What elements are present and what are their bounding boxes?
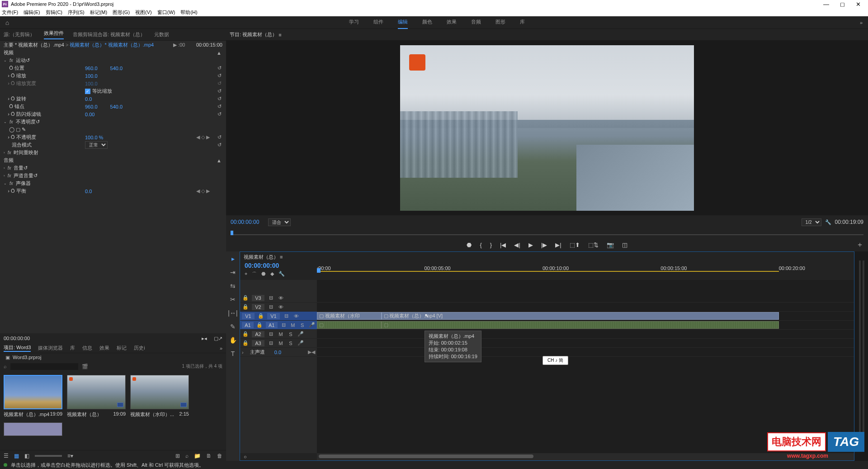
step-back-button[interactable]: ◀| <box>514 242 520 248</box>
toggle-output-icon[interactable]: 👁 <box>292 313 300 319</box>
ec-flicker[interactable]: 0.00 <box>85 112 94 117</box>
snap-icon[interactable]: ⌖ <box>245 271 247 278</box>
type-tool[interactable]: T <box>231 350 235 357</box>
workspace-library[interactable]: 库 <box>520 16 525 29</box>
reset-icon[interactable]: ↺ <box>36 119 40 125</box>
razor-tool[interactable]: ✂ <box>230 296 236 303</box>
ec-anchor-y[interactable]: 540.0 <box>110 104 123 109</box>
timeline-sequence-title[interactable]: 视频素材（总） <box>244 254 278 261</box>
search-input[interactable] <box>10 363 78 370</box>
menu-help[interactable]: 帮助(H) <box>180 9 197 16</box>
add-marker-button[interactable]: ⬣ <box>467 242 472 248</box>
sync-lock-icon[interactable]: ⊟ <box>267 295 274 301</box>
lock-icon[interactable]: 🔒 <box>256 322 263 328</box>
playhead[interactable] <box>317 268 321 273</box>
rect-mask-icon[interactable]: ▢ <box>16 127 20 132</box>
program-timecode[interactable]: 00:00:00:00 <box>231 219 259 225</box>
linked-selection-icon[interactable]: ⌒ <box>252 271 257 278</box>
track-v3[interactable] <box>317 294 854 303</box>
tab-history[interactable]: 历史i <box>134 345 145 351</box>
reset-icon[interactable]: ↺ <box>217 81 222 86</box>
zoom-slider[interactable] <box>35 455 62 457</box>
auto-sequence-icon[interactable]: ⊞ <box>175 453 180 459</box>
workspace-graphics[interactable]: 图形 <box>495 16 505 29</box>
track-select-tool[interactable]: ⇥ <box>230 269 236 276</box>
play-button[interactable]: ▶ <box>528 242 533 248</box>
clip-audio-main[interactable]: ▢ <box>382 321 779 329</box>
ec-motion[interactable]: 运动 <box>16 57 26 64</box>
tab-project[interactable]: 项目: Word3 <box>4 344 31 352</box>
workspace-color[interactable]: 颜色 <box>422 16 432 29</box>
track-a1[interactable]: ▢ ▢ <box>317 321 854 330</box>
toggle-output-icon[interactable]: 👁 <box>277 295 284 301</box>
lock-icon[interactable]: 🔒 <box>257 313 264 319</box>
clip-main-video[interactable]: ▢ 视频素材（总）.mp4 [V] <box>382 312 779 320</box>
track-v2[interactable] <box>317 303 854 312</box>
bin-icon[interactable]: ▣ <box>5 355 10 360</box>
close-button[interactable]: ✕ <box>856 1 861 8</box>
timeline-timecode[interactable]: 00:00:00:00 <box>245 262 312 269</box>
sync-lock-icon[interactable]: ⊟ <box>283 313 290 319</box>
maximize-button[interactable]: ◻ <box>840 1 845 8</box>
reset-icon[interactable]: ↺ <box>217 65 222 71</box>
reset-icon[interactable]: ↺ <box>217 88 222 94</box>
wrench-icon[interactable]: 🔧 <box>825 219 831 225</box>
workspace-effects[interactable]: 效果 <box>447 16 457 29</box>
clip-watermark[interactable]: ▢ 视频素材（水印 <box>317 312 382 320</box>
slip-tool[interactable]: |↔| <box>228 309 237 317</box>
reset-icon[interactable]: ↺ <box>217 73 222 79</box>
lock-icon[interactable]: 🔒 <box>242 340 249 346</box>
ec-export-frame-icon[interactable]: ▢↗ <box>214 336 222 341</box>
menu-graphics[interactable]: 图形(G) <box>113 9 130 16</box>
mark-out-button[interactable]: } <box>490 242 492 248</box>
tab-markers[interactable]: 标记 <box>117 345 127 351</box>
reset-icon[interactable]: ↺ <box>26 57 30 63</box>
track-master[interactable] <box>317 348 854 357</box>
lock-icon[interactable]: 🔒 <box>242 304 249 310</box>
tab-media-browser[interactable]: 媒体浏览器 <box>38 345 63 351</box>
ec-volume[interactable]: 音量 <box>14 165 24 171</box>
clapper-icon[interactable]: 🎬 <box>82 364 88 370</box>
menu-edit[interactable]: 编辑(E) <box>24 9 40 16</box>
ec-blend-mode[interactable]: 正常 <box>85 141 108 149</box>
mark-in-button[interactable]: { <box>480 242 481 248</box>
workspace-audio[interactable]: 音频 <box>471 16 481 29</box>
reset-icon[interactable]: ↺ <box>33 173 38 179</box>
reset-icon[interactable]: ↺ <box>217 142 222 148</box>
reset-icon[interactable]: ↺ <box>217 96 222 102</box>
tab-effect-controls[interactable]: 效果控件 <box>44 30 64 39</box>
ec-opacity[interactable]: 不透明度 <box>16 118 36 125</box>
reset-icon[interactable]: ↺ <box>24 165 28 171</box>
list-view-icon[interactable]: ☰ <box>4 453 9 459</box>
ec-anchor-x[interactable]: 960.0 <box>85 104 98 109</box>
ec-timecode[interactable]: 00:00:00:00 <box>4 336 30 341</box>
tab-library[interactable]: 库 <box>70 345 75 351</box>
marker-icon[interactable]: ◆ <box>270 271 274 278</box>
timeline-ruler[interactable]: :00:00 00:00:05:00 00:00:10:00 00:00:15:… <box>317 262 854 280</box>
timeline-zoom-scrollbar[interactable] <box>317 453 854 460</box>
ec-opacity-pct[interactable]: 100.0 % <box>85 135 103 140</box>
goto-out-button[interactable]: ▶| <box>555 242 561 248</box>
collapse-icon[interactable]: ▲ <box>217 50 222 56</box>
tab-source[interactable]: 源:（无剪辑） <box>4 31 35 38</box>
hand-tool[interactable]: ✋ <box>229 336 237 344</box>
sync-lock-icon[interactable]: ⊟ <box>280 322 287 328</box>
menu-sequence[interactable]: 序列(S) <box>68 9 85 16</box>
ec-scale[interactable]: 100.0 <box>85 73 98 79</box>
pen-mask-icon[interactable]: ✎ <box>22 127 26 132</box>
overflow-icon[interactable]: » <box>220 346 222 351</box>
media-item[interactable]: 视频素材（总）19:09 <box>67 375 126 418</box>
voice-over-icon[interactable]: 🎤 <box>297 340 304 346</box>
resolution-select[interactable]: 1/2 <box>802 218 821 226</box>
settings-icon[interactable]: 🔧 <box>278 271 285 278</box>
comparison-view-button[interactable]: ◫ <box>622 242 627 248</box>
minimize-button[interactable]: ― <box>823 1 829 8</box>
track-a2[interactable] <box>317 330 854 339</box>
ec-balance[interactable]: 0.0 <box>85 189 92 194</box>
reset-icon[interactable]: ↺ <box>217 134 222 140</box>
workspace-learn[interactable]: 学习 <box>349 16 359 29</box>
sort-icon[interactable]: ≡▾ <box>67 453 73 459</box>
sync-lock-icon[interactable]: ⊟ <box>267 304 274 310</box>
selection-tool[interactable]: ▸ <box>231 255 235 262</box>
menu-window[interactable]: 窗口(W) <box>157 9 175 16</box>
